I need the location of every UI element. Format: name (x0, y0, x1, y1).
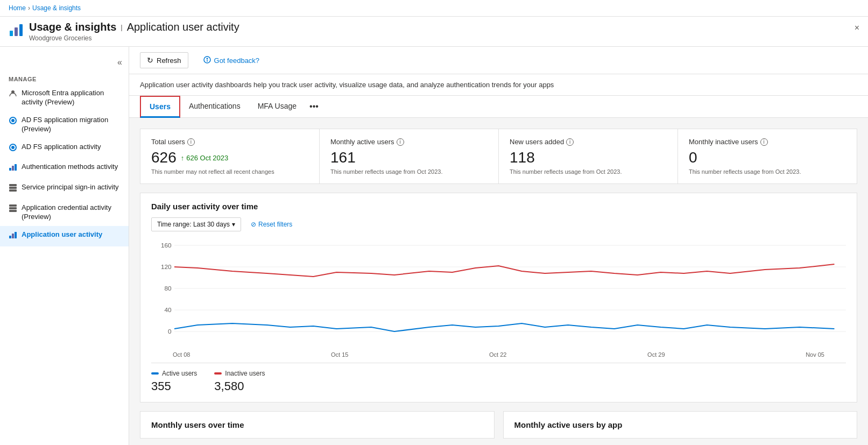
sidebar-item-app-user[interactable]: Application user activity (0, 226, 129, 246)
bottom-row: Monthly users over time Monthly active u… (129, 411, 868, 445)
svg-rect-11 (15, 164, 17, 171)
breadcrumb-home[interactable]: Home (9, 4, 26, 12)
sidebar-item-service-principal[interactable]: Service principal sign-in activity (0, 179, 129, 199)
svg-rect-12 (9, 184, 17, 186)
refresh-label: Refresh (157, 56, 181, 65)
time-range-label: Time range: Last 30 days (157, 221, 230, 228)
monthly-active-app-card: Monthly active users by app (503, 411, 858, 439)
svg-rect-1 (15, 27, 18, 36)
x-label-oct08: Oct 08 (173, 351, 190, 358)
breadcrumb-current: Usage & insights (32, 4, 81, 12)
app-credential-icon (9, 204, 17, 215)
collapse-icon[interactable]: « (115, 55, 124, 69)
app-container: Home › Usage & insights Usage & insights… (0, 0, 868, 445)
refresh-button[interactable]: ↻ Refresh (140, 52, 188, 68)
reset-filters-button[interactable]: ⊘ Reset filters (245, 218, 298, 231)
tab-more-button[interactable]: ••• (305, 96, 323, 117)
monthly-active-info-icon[interactable]: i (397, 138, 404, 146)
sidebar-item-auth-methods[interactable]: Authentication methods activity (0, 158, 129, 179)
chart-container: 160 120 80 40 0 Oct 08 Oct 15 Oct 22 (151, 240, 846, 358)
x-label-oct22: Oct 22 (489, 351, 506, 358)
svg-rect-13 (9, 187, 17, 189)
x-label-oct15: Oct 15 (331, 351, 348, 358)
svg-rect-10 (12, 166, 14, 171)
app-user-icon (9, 231, 17, 242)
chart-legend: Active users 355 Inactive users 3,580 (151, 363, 846, 393)
svg-rect-20 (15, 232, 17, 238)
x-label-oct29: Oct 29 (647, 351, 665, 358)
legend-active-label: Active users (151, 370, 197, 377)
chart-title: Daily user activity over time (151, 202, 846, 211)
sidebar-item-entra-app[interactable]: Microsoft Entra application activity (Pr… (0, 84, 129, 111)
monthly-active-app-title: Monthly active users by app (514, 420, 846, 429)
header-icon (9, 23, 24, 40)
total-users-note: This number may not reflect all recent c… (151, 168, 308, 175)
total-users-info-icon[interactable]: i (187, 138, 195, 146)
chevron-down-icon: ▾ (232, 221, 235, 228)
monthly-inactive-value: 0 (689, 149, 846, 166)
chart-section: Daily user activity over time Time range… (140, 193, 857, 402)
feedback-button[interactable]: Got feedback? (197, 53, 266, 68)
feedback-label: Got feedback? (214, 56, 260, 65)
content-area: ↻ Refresh Got feedback? Application user… (129, 47, 868, 445)
monthly-active-label: Monthly active users i (330, 138, 488, 146)
svg-text:160: 160 (161, 242, 172, 249)
svg-rect-19 (12, 234, 14, 238)
svg-rect-16 (9, 207, 17, 209)
stat-monthly-active: Monthly active users i 161 This number r… (319, 129, 498, 184)
sidebar-item-app-credential[interactable]: Application credential activity (Preview… (0, 199, 129, 226)
tab-users[interactable]: Users (140, 96, 180, 118)
header-title: Usage & insights (29, 21, 116, 33)
sidebar-item-label-app-user: Application user activity (22, 230, 102, 239)
main-layout: « Manage Microsoft Entra application act… (0, 47, 868, 445)
header-page: Application user activity (127, 21, 239, 33)
toolbar: ↻ Refresh Got feedback? (129, 47, 868, 74)
chart-svg: 160 120 80 40 0 (151, 240, 846, 348)
tab-mfa[interactable]: MFA Usage (249, 96, 305, 117)
new-users-value: 118 (510, 149, 667, 166)
svg-point-6 (11, 119, 15, 122)
adfs-migration-icon (9, 116, 17, 128)
service-principal-icon (9, 183, 17, 195)
title-separator: | (121, 23, 122, 31)
refresh-icon: ↻ (147, 56, 153, 65)
sidebar: « Manage Microsoft Entra application act… (0, 47, 129, 445)
sidebar-collapse[interactable]: « (0, 53, 129, 72)
sidebar-item-adfs-migration[interactable]: AD FS application migration (Preview) (0, 111, 129, 138)
svg-rect-23 (207, 60, 208, 61)
time-range-button[interactable]: Time range: Last 30 days ▾ (151, 217, 241, 231)
adfs-activity-icon (9, 143, 17, 154)
svg-rect-3 (10, 31, 13, 36)
sidebar-item-label-auth: Authentication methods activity (22, 163, 118, 172)
legend-active-users: Active users 355 (151, 370, 197, 393)
active-users-count: 355 (151, 379, 197, 393)
close-button[interactable]: × (855, 23, 859, 33)
total-users-value: 626 ↑ 626 Oct 2023 (151, 149, 308, 166)
stat-monthly-inactive: Monthly inactive users i 0 This number r… (678, 129, 857, 184)
page-header: Usage & insights | Application user acti… (0, 17, 868, 47)
svg-point-22 (206, 58, 208, 59)
svg-rect-17 (9, 210, 17, 212)
monthly-inactive-info-icon[interactable]: i (760, 138, 768, 146)
monthly-users-time-card: Monthly users over time (140, 411, 495, 439)
svg-rect-2 (19, 24, 23, 36)
breadcrumb: Home › Usage & insights (0, 0, 868, 17)
svg-text:0: 0 (168, 328, 172, 335)
new-users-label: New users added i (510, 138, 667, 146)
inactive-users-count: 3,580 (214, 379, 265, 393)
new-users-info-icon[interactable]: i (566, 138, 574, 146)
monthly-active-value: 161 (330, 149, 488, 166)
sidebar-item-adfs-activity[interactable]: AD FS application activity (0, 138, 129, 159)
auth-methods-icon (9, 163, 17, 174)
x-label-nov05: Nov 05 (806, 351, 824, 358)
tab-mfa-label: MFA Usage (258, 102, 297, 110)
sidebar-item-label-adfs-migration: AD FS application migration (Preview) (22, 116, 120, 134)
page-description: Application user activity dashboards hel… (129, 74, 868, 96)
svg-rect-14 (9, 189, 17, 192)
tab-authentications[interactable]: Authentications (180, 96, 249, 117)
feedback-icon (203, 56, 211, 65)
monthly-active-note: This number reflects usage from Oct 2023… (330, 168, 488, 175)
legend-inactive-label: Inactive users (214, 370, 265, 377)
svg-text:80: 80 (165, 285, 172, 292)
tab-users-label: Users (150, 102, 171, 111)
